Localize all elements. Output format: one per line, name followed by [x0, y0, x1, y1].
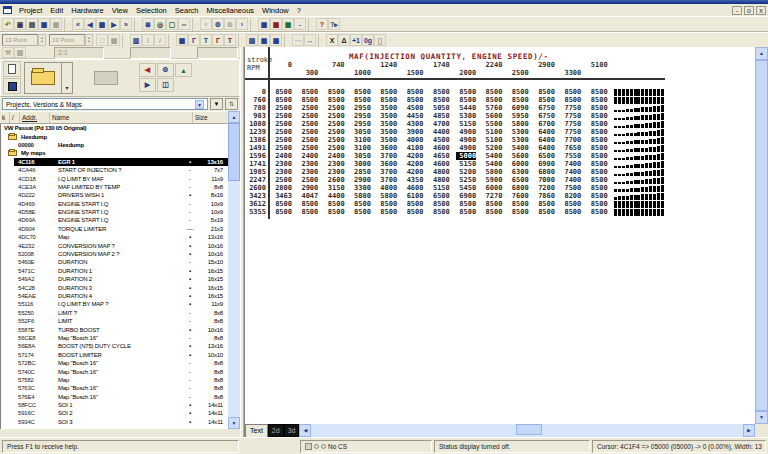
- map-cell[interactable]: 5300: [509, 136, 529, 144]
- map-cell[interactable]: 8500: [588, 88, 608, 96]
- map-cell[interactable]: 8500: [588, 184, 608, 192]
- map-cell[interactable]: 7270: [482, 192, 502, 200]
- save-icon[interactable]: ▦: [38, 18, 50, 30]
- map-cell[interactable]: 8500: [456, 88, 476, 96]
- hscroll-left-icon[interactable]: ◀: [299, 424, 311, 437]
- map-cell[interactable]: 2500: [272, 120, 292, 128]
- tab-2d[interactable]: 2d: [268, 424, 284, 437]
- map-cell[interactable]: 4700: [430, 120, 450, 128]
- map-cell[interactable]: 2500: [298, 176, 318, 184]
- map-cell[interactable]: 8500: [298, 88, 318, 96]
- map-cell[interactable]: 8500: [351, 200, 371, 208]
- first-map-icon[interactable]: «: [72, 18, 84, 30]
- scroll-up-icon[interactable]: ▲: [228, 111, 240, 123]
- map-cell[interactable]: 4650: [430, 152, 450, 160]
- map-cell[interactable]: 5200: [456, 168, 476, 176]
- map-cell[interactable]: 4850: [430, 112, 450, 120]
- map-cell[interactable]: 4800: [430, 176, 450, 184]
- map-cell[interactable]: 2300: [298, 168, 318, 176]
- map-cell[interactable]: 3700: [377, 168, 397, 176]
- menu-[interactable]: ?: [293, 5, 305, 16]
- menu-selection[interactable]: Selection: [132, 5, 171, 16]
- map-cell[interactable]: 4600: [430, 160, 450, 168]
- map-tools-button[interactable]: ⚙: [157, 63, 174, 77]
- menu-search[interactable]: Search: [171, 5, 203, 16]
- map-cell[interactable]: 5000: [456, 152, 476, 160]
- map-cell[interactable]: 2400: [298, 152, 318, 160]
- folder-row-hexdump[interactable]: Hexdump: [1, 132, 228, 140]
- monitor-icon[interactable]: ▢: [166, 18, 178, 30]
- map-cell[interactable]: 8500: [272, 96, 292, 104]
- map-row-572BC[interactable]: 572BCMap "Bosch 16"-8x8: [1, 359, 228, 367]
- map-overview-icon[interactable]: ▦: [96, 18, 108, 30]
- map-cell[interactable]: 4500: [404, 104, 424, 112]
- map-hscroll-thumb[interactable]: [516, 424, 542, 435]
- map-cell[interactable]: 6000: [509, 160, 529, 168]
- map-cell[interactable]: 8500: [482, 96, 502, 104]
- map-cell[interactable]: 8500: [535, 208, 555, 216]
- map-cell[interactable]: 7700: [561, 136, 581, 144]
- map-cell[interactable]: 2500: [325, 128, 345, 136]
- map-cell[interactable]: 4900: [456, 128, 476, 136]
- map-cell[interactable]: 7400: [561, 176, 581, 184]
- open-project-button[interactable]: [24, 62, 62, 94]
- map-cell[interactable]: 8500: [430, 208, 450, 216]
- map-cell[interactable]: 2500: [298, 104, 318, 112]
- map-row-56E8A[interactable]: 56E8ABOOST (N75) DUTY CYCLE▪13x16: [1, 342, 228, 350]
- map-row-4E232[interactable]: 4E232CONVERSION MAP ?▪10x16: [1, 241, 228, 249]
- map-cell[interactable]: 8500: [351, 96, 371, 104]
- map-row-4D904[interactable]: 4D904TORQUE LIMITER—21x3: [1, 225, 228, 233]
- axis-both-icon[interactable]: Γ: [212, 34, 224, 46]
- map-hscrollbar[interactable]: [311, 424, 743, 437]
- map-cell[interactable]: 2300: [272, 168, 292, 176]
- undo-icon[interactable]: ↶: [2, 18, 14, 30]
- map-display-icon[interactable]: ▥: [130, 34, 142, 46]
- map-cell[interactable]: 8500: [325, 96, 345, 104]
- window-3d-icon[interactable]: ▦: [282, 18, 294, 30]
- map-cell[interactable]: 7550: [561, 152, 581, 160]
- map-cell[interactable]: 6700: [535, 120, 555, 128]
- map-cell[interactable]: 6090: [509, 104, 529, 112]
- map-cell[interactable]: 2500: [325, 112, 345, 120]
- map-cell[interactable]: 6500: [430, 192, 450, 200]
- next-map-icon[interactable]: ▶: [108, 18, 120, 30]
- map-cell[interactable]: 8500: [588, 128, 608, 136]
- map-cell[interactable]: 8500: [588, 200, 608, 208]
- map-cell[interactable]: 4200: [404, 160, 424, 168]
- map-cell[interactable]: 8500: [325, 208, 345, 216]
- map-cell[interactable]: 8500: [298, 200, 318, 208]
- map-cell[interactable]: 8500: [430, 200, 450, 208]
- map-cell[interactable]: 5250: [456, 176, 476, 184]
- map-cell[interactable]: 5800: [482, 168, 502, 176]
- map-cell[interactable]: 4600: [404, 184, 424, 192]
- map-cell[interactable]: 2400: [272, 152, 292, 160]
- table-icon[interactable]: ▦: [176, 34, 188, 46]
- map-cell[interactable]: 3300: [351, 184, 371, 192]
- map-cell[interactable]: 5150: [456, 160, 476, 168]
- map-row-5460E[interactable]: 5460EDURATION-15x10: [1, 258, 228, 266]
- map-cell[interactable]: 7600: [509, 192, 529, 200]
- map-cell[interactable]: 2850: [351, 168, 371, 176]
- map-cell[interactable]: 3050: [351, 128, 371, 136]
- map-row-4CE3A[interactable]: 4CE3AMAF LIMITED BY TEMP-8x8: [1, 183, 228, 191]
- map-row-4DC70[interactable]: 4DC70Map▪13x16: [1, 233, 228, 241]
- map-cell[interactable]: 8500: [588, 160, 608, 168]
- map-vscrollbar[interactable]: ▲ ▼: [755, 47, 768, 424]
- map-cell[interactable]: 7750: [561, 120, 581, 128]
- map-cell[interactable]: 8500: [430, 88, 450, 96]
- map-row-4D469[interactable]: 4D469ENGINE START I.Q-10x9: [1, 200, 228, 208]
- map-cell[interactable]: 8500: [456, 208, 476, 216]
- map-row-57582[interactable]: 57582Map-8x8: [1, 376, 228, 384]
- map-cell[interactable]: 8500: [561, 88, 581, 96]
- map-cell[interactable]: 4900: [456, 144, 476, 152]
- panel-mode-combo[interactable]: Projects, Versions & Maps ▼: [2, 98, 208, 110]
- map-cell[interactable]: 2500: [298, 120, 318, 128]
- delta-icon[interactable]: Δ: [338, 34, 350, 46]
- save-project-button[interactable]: [3, 78, 21, 94]
- axis-left-icon[interactable]: T: [200, 34, 212, 46]
- map-cell[interactable]: 4600: [430, 144, 450, 152]
- map-cell[interactable]: 8500: [588, 96, 608, 104]
- map-cell[interactable]: 2950: [351, 104, 371, 112]
- map-cell[interactable]: 3463: [272, 192, 292, 200]
- map-row-4D58E[interactable]: 4D58EENGINE START I.Q-10x9: [1, 208, 228, 216]
